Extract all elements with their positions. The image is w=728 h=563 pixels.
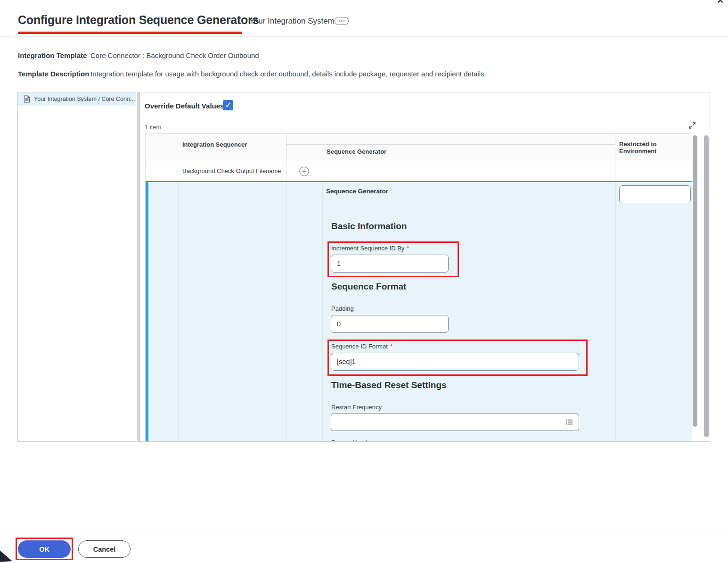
page-subtitle: Your Integration System <box>249 17 335 26</box>
time-based-reset-title: Time-Based Reset Settings <box>331 380 447 390</box>
sequence-generator-field-label: Sequence Generator <box>326 188 388 195</box>
sequence-generators-table: Integration Sequencer Sequence Generator… <box>145 133 691 441</box>
expand-table-icon[interactable] <box>688 121 696 130</box>
integration-template-label: Integration Template <box>18 51 87 59</box>
template-description-label: Template Description <box>18 70 89 78</box>
sequence-format-title: Sequence Format <box>331 282 406 292</box>
restart-number-label: Restart Number <box>331 439 375 442</box>
cancel-button[interactable]: Cancel <box>78 540 131 558</box>
restricted-to-environment-input[interactable] <box>619 185 691 203</box>
row-sequence-generator-cell <box>322 161 615 181</box>
add-sequence-generator-icon[interactable] <box>299 166 309 176</box>
sidebar-item-integration-system[interactable]: Your Integration System / Core Conn... <box>18 92 136 106</box>
padding-input[interactable] <box>331 315 449 333</box>
footer-divider <box>0 532 728 532</box>
item-count: 1 item <box>145 124 161 131</box>
override-default-values-checkbox[interactable]: ✓ <box>223 100 233 110</box>
row-integration-sequencer-cell: Background Check Output Filename <box>178 161 286 181</box>
padding-label: Padding <box>331 305 354 312</box>
header-divider <box>0 36 728 37</box>
prompt-list-icon[interactable] <box>565 418 573 426</box>
integration-template-value: Core Connector : Background Check Order … <box>90 51 259 59</box>
panel-scrollbar[interactable] <box>704 135 709 437</box>
header-sequence-generator: Sequence Generator <box>322 145 615 161</box>
configure-integration-sequence-generators-page: ✕ Configure Integration Sequence Generat… <box>0 0 728 563</box>
restart-frequency-field <box>331 413 579 431</box>
increment-sequence-id-input[interactable] <box>331 255 449 273</box>
mouse-cursor <box>0 549 13 563</box>
restart-frequency-input[interactable] <box>331 413 579 431</box>
related-actions-icon[interactable] <box>335 17 349 25</box>
header-empty-cell <box>146 134 178 161</box>
expanded-row-accent-bar <box>146 182 148 442</box>
title-underline <box>18 32 242 34</box>
override-default-values-label: Override Default Values <box>145 102 224 110</box>
sequence-generator-editor: Sequence Generator Basic Information Inc… <box>146 182 692 442</box>
row-restricted-cell <box>615 161 692 181</box>
document-icon <box>24 95 30 103</box>
restart-frequency-label: Restart Frequency <box>331 404 382 411</box>
header-restricted-to-environment: Restricted to Environment <box>615 134 692 161</box>
required-asterisk: * <box>390 343 393 350</box>
header-integration-sequencer: Integration Sequencer <box>178 134 286 161</box>
basic-information-title: Basic Information <box>331 221 407 232</box>
template-description-value: Integration template for usage with back… <box>90 70 486 78</box>
row-add-cell <box>286 161 322 181</box>
ok-button[interactable]: OK <box>18 540 71 558</box>
sidebar-item-label: Your Integration System / Core Conn... <box>34 96 135 102</box>
header-add-column <box>286 145 322 161</box>
sidebar: Your Integration System / Core Conn... <box>17 92 136 442</box>
sequence-id-format-label: Sequence ID Format* <box>331 343 393 350</box>
main-panel: Override Default Values ✓ 1 item Integra… <box>139 92 710 442</box>
sequence-id-format-input[interactable] <box>331 353 579 371</box>
header-group-cell <box>286 134 615 145</box>
close-icon[interactable]: ✕ <box>717 0 724 6</box>
check-icon: ✓ <box>225 101 231 109</box>
required-asterisk: * <box>407 245 409 252</box>
row-select-cell <box>146 161 178 181</box>
table-scrollbar[interactable] <box>693 135 697 427</box>
page-title: Configure Integration Sequence Generator… <box>18 13 259 27</box>
increment-sequence-id-label: Increment Sequence ID By* <box>331 245 409 252</box>
